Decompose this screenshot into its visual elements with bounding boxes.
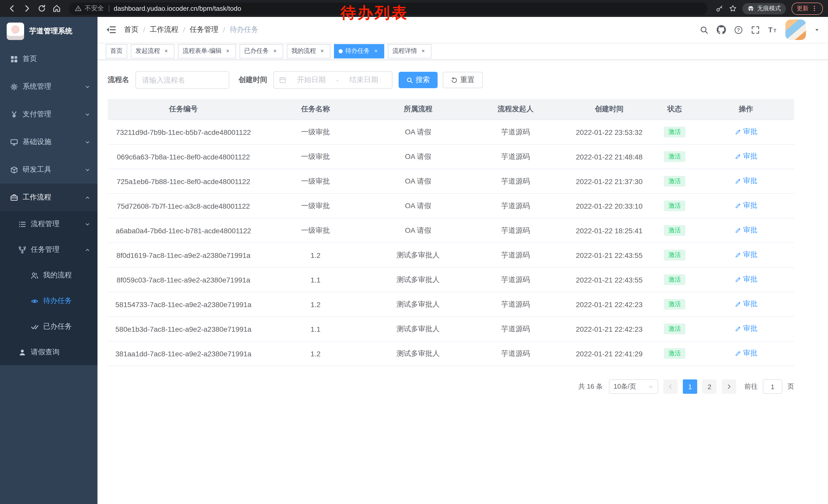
- task-name-cell: 一级审批: [259, 120, 372, 144]
- sidebar-item-infrastructure[interactable]: 基础设施: [0, 128, 97, 156]
- sidebar-collapse-icon[interactable]: [106, 25, 116, 35]
- approve-link[interactable]: 审批: [734, 349, 757, 358]
- forward-icon[interactable]: [20, 2, 34, 15]
- reload-icon[interactable]: [35, 2, 49, 15]
- task-name-cell: 1.2: [259, 292, 372, 317]
- sidebar-item-home[interactable]: 首页: [0, 45, 97, 73]
- gear-icon: [10, 83, 18, 91]
- home-icon[interactable]: [50, 2, 64, 15]
- sidebar-item-devtools[interactable]: 研发工具: [0, 156, 97, 184]
- sidebar-item-todo-task[interactable]: 待办任务: [0, 288, 97, 314]
- tab-start-process[interactable]: 发起流程×: [131, 44, 174, 58]
- browser-chrome: 不安全 dashboard.yudao.iocoder.cn/bpm/task/…: [0, 0, 828, 17]
- next-icon: [726, 383, 732, 390]
- starter-cell: 芋道源码: [464, 317, 567, 341]
- sidebar-item-system[interactable]: 系统管理: [0, 73, 97, 100]
- prev-page-button[interactable]: [663, 379, 678, 394]
- search-button[interactable]: 搜索: [399, 72, 438, 88]
- breadcrumb-item[interactable]: 工作流程: [150, 25, 178, 34]
- user-avatar[interactable]: [785, 19, 806, 40]
- sidebar-item-task-manage[interactable]: 任务管理: [0, 237, 97, 263]
- goto-suffix-label: 页: [787, 382, 794, 391]
- calendar-icon: [279, 77, 286, 84]
- edit-icon: [734, 276, 741, 283]
- task-table: 任务编号任务名称所属流程流程发起人创建时间状态操作 73211d9d-7b9b-…: [108, 99, 794, 366]
- key-icon[interactable]: [716, 5, 723, 12]
- close-icon[interactable]: ×: [372, 47, 380, 55]
- star-icon[interactable]: [729, 5, 737, 12]
- next-page-button[interactable]: [722, 379, 736, 394]
- status-badge: 激活: [664, 176, 686, 187]
- approve-link[interactable]: 审批: [734, 201, 757, 211]
- action-cell: 审批: [698, 193, 794, 218]
- page-button-1[interactable]: 1: [683, 379, 697, 394]
- process-cell: 测试多审批人: [372, 292, 464, 317]
- approve-link[interactable]: 审批: [734, 127, 757, 137]
- my-process-icon: [31, 272, 38, 279]
- approve-link[interactable]: 审批: [734, 177, 757, 186]
- avatar-caret-down-icon[interactable]: [814, 27, 820, 33]
- breadcrumb: 首页/工作流程/任务管理/待办任务: [124, 25, 258, 34]
- table-row: 069c6a63-7b8a-11ec-8ef0-acde48001122一级审批…: [108, 144, 794, 169]
- search-icon[interactable]: [700, 26, 708, 34]
- process-name-input[interactable]: [135, 71, 229, 89]
- svg-text:?: ?: [737, 27, 740, 32]
- date-range-picker[interactable]: 开始日期 - 结束日期: [274, 71, 392, 89]
- status-cell: 激活: [652, 341, 698, 366]
- task-id-cell: 381aa1dd-7ac8-11ec-a9e2-a2380e71991a: [108, 341, 259, 366]
- breadcrumb-item[interactable]: 任务管理: [190, 25, 218, 34]
- approve-link[interactable]: 审批: [734, 152, 757, 161]
- table-row: 381aa1dd-7ac8-11ec-a9e2-a2380e71991a1.2测…: [108, 341, 794, 366]
- chevron-up-icon: [85, 247, 90, 253]
- tab-home[interactable]: 首页: [106, 44, 127, 58]
- table-header-row: 任务编号任务名称所属流程流程发起人创建时间状态操作: [108, 99, 794, 120]
- update-button[interactable]: 更新: [792, 2, 823, 15]
- table-column-header: 状态: [652, 99, 698, 120]
- status-badge: 激活: [664, 126, 686, 137]
- github-icon[interactable]: [717, 25, 726, 34]
- approve-link[interactable]: 审批: [734, 226, 757, 235]
- breadcrumb-item[interactable]: 首页: [124, 25, 138, 34]
- sidebar-menu: 首页系统管理支付管理基础设施研发工具工作流程流程管理任务管理我的流程待办任务已办…: [0, 45, 97, 504]
- sidebar-item-workflow[interactable]: 工作流程: [0, 184, 97, 211]
- approve-link[interactable]: 审批: [734, 300, 757, 309]
- close-icon[interactable]: ×: [272, 47, 279, 55]
- tab-done-task[interactable]: 已办任务×: [240, 44, 283, 58]
- sidebar-item-leave-query[interactable]: 请假查询: [0, 339, 97, 365]
- close-icon[interactable]: ×: [224, 47, 232, 55]
- close-icon[interactable]: ×: [420, 47, 427, 55]
- approve-link[interactable]: 审批: [734, 250, 757, 260]
- approve-link[interactable]: 审批: [734, 324, 757, 333]
- font-size-icon[interactable]: TT: [768, 25, 777, 34]
- sidebar-item-payment[interactable]: 支付管理: [0, 100, 97, 128]
- status-cell: 激活: [652, 218, 698, 243]
- sidebar-item-process-manage[interactable]: 流程管理: [0, 211, 97, 237]
- starter-cell: 芋道源码: [464, 120, 567, 144]
- task-manage-icon: [18, 246, 26, 254]
- approve-link[interactable]: 审批: [734, 275, 757, 284]
- back-icon[interactable]: [5, 2, 19, 15]
- tab-todo-task[interactable]: 待办任务×: [334, 44, 384, 58]
- tab-process-detail[interactable]: 流程详情×: [388, 44, 431, 58]
- page-goto-input[interactable]: [763, 379, 782, 394]
- approve-link-label: 审批: [743, 349, 757, 358]
- sidebar-item-label: 研发工具: [23, 165, 51, 174]
- fullscreen-icon[interactable]: [751, 26, 760, 34]
- sidebar-item-done-task[interactable]: 已办任务: [0, 314, 97, 339]
- page-button-2[interactable]: 2: [702, 379, 717, 394]
- edit-icon: [734, 153, 741, 160]
- help-icon[interactable]: ?: [734, 26, 743, 34]
- status-badge: 激活: [664, 200, 686, 211]
- tab-my-process[interactable]: 我的流程×: [287, 44, 330, 58]
- app-logo[interactable]: 芋道管理系统: [0, 17, 97, 45]
- reset-button[interactable]: 重置: [443, 72, 483, 88]
- close-icon[interactable]: ×: [319, 47, 326, 55]
- process-cell: 测试多审批人: [372, 267, 464, 292]
- close-icon[interactable]: ×: [163, 47, 170, 55]
- annotation-overlay: 待办列表: [341, 4, 408, 21]
- tab-form-edit[interactable]: 流程表单-编辑×: [178, 44, 236, 58]
- sidebar-item-label: 已办任务: [43, 322, 72, 331]
- sidebar-item-my-process[interactable]: 我的流程: [0, 263, 97, 288]
- menu-dots-icon[interactable]: [811, 5, 818, 12]
- page-size-select[interactable]: 10条/页: [609, 379, 658, 394]
